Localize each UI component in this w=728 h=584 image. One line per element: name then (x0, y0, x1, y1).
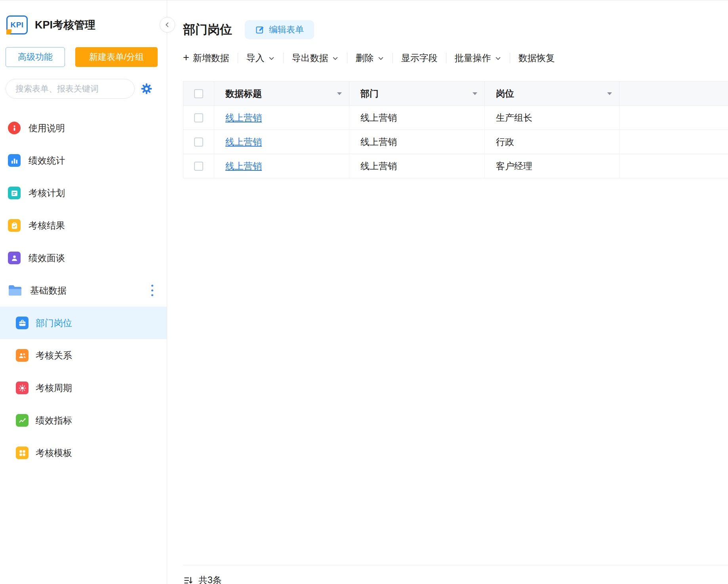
sidebar-item-department-position[interactable]: 部门岗位 (0, 307, 167, 339)
table-footer: 共3条 (183, 565, 728, 584)
briefcase-icon (16, 317, 29, 329)
app-title: KPI考核管理 (35, 18, 95, 32)
header-caret-icon[interactable] (607, 92, 612, 95)
row-checkbox[interactable] (194, 113, 203, 122)
sidebar: KPI KPI考核管理 高级功能 新建表单/分组 (0, 0, 167, 584)
record-link[interactable]: 线上营销 (225, 112, 262, 124)
data-table: 数据标题 部门 岗位 线上营销 线上营销 生产组长 (183, 81, 728, 178)
sidebar-item-assessment-result[interactable]: 考核结果 (0, 209, 167, 242)
edit-form-button[interactable]: 编辑表单 (245, 20, 314, 39)
sidebar-item-assessment-plan[interactable]: 考核计划 (0, 177, 167, 209)
row-filler-cell (619, 106, 728, 130)
app-window: KPI KPI考核管理 高级功能 新建表单/分组 (0, 0, 728, 584)
kpi-logo-accent (6, 29, 11, 34)
kpi-logo-text: KPI (10, 21, 23, 29)
chevron-down-icon (332, 55, 339, 62)
table-row: 线上营销 线上营销 生产组长 (183, 106, 728, 130)
advanced-features-button[interactable]: 高级功能 (6, 47, 65, 67)
select-all-cell (183, 82, 214, 105)
plus-icon: + (183, 52, 189, 63)
record-link[interactable]: 线上营销 (225, 160, 262, 172)
edit-form-label: 编辑表单 (269, 24, 304, 36)
divider (393, 53, 393, 63)
cell-department: 线上营销 (349, 154, 485, 178)
cell-position: 客户经理 (485, 154, 619, 178)
column-header-data-title[interactable]: 数据标题 (214, 82, 349, 105)
chevron-down-icon (268, 55, 275, 62)
sidebar-item-performance-interview[interactable]: 绩效面谈 (0, 242, 167, 274)
divider (238, 53, 238, 63)
sidebar-item-label: 使用说明 (29, 122, 65, 134)
sidebar-item-label: 考核关系 (36, 349, 72, 362)
sidebar-group-base-data[interactable]: 基础数据 (0, 274, 167, 307)
interview-person-icon (8, 252, 21, 264)
sidebar-item-assessment-template[interactable]: 考核模板 (0, 437, 167, 469)
divider (446, 53, 446, 63)
page-title: 部门岗位 (183, 21, 232, 38)
sidebar-item-performance-stats[interactable]: 绩效统计 (0, 144, 167, 177)
sidebar-item-assessment-cycle[interactable]: 考核周期 (0, 372, 167, 404)
more-dots-icon[interactable] (150, 283, 155, 298)
sidebar-item-label: 绩效统计 (29, 155, 65, 167)
sidebar-item-usage-guide[interactable]: 使用说明 (0, 112, 167, 144)
import-button[interactable]: 导入 (246, 52, 275, 64)
show-fields-label: 显示字段 (401, 52, 438, 64)
sidebar-item-performance-indicators[interactable]: 绩效指标 (0, 404, 167, 437)
sidebar-collapse-button[interactable] (160, 17, 175, 32)
cell-position: 生产组长 (485, 106, 619, 130)
info-icon (8, 122, 21, 134)
new-form-group-button[interactable]: 新建表单/分组 (75, 47, 158, 67)
kpi-logo: KPI (6, 15, 28, 34)
row-filler-cell (619, 130, 728, 154)
bar-chart-icon (8, 154, 21, 167)
chevron-down-icon (377, 55, 384, 62)
header-filler-cell (619, 82, 728, 105)
table-header-row: 数据标题 部门 岗位 (183, 81, 728, 106)
cell-department: 线上营销 (349, 130, 485, 154)
row-select-cell (183, 106, 214, 130)
chevron-left-icon (164, 21, 171, 28)
sidebar-item-label: 考核周期 (36, 382, 72, 394)
sidebar-item-label: 考核模板 (36, 447, 72, 459)
divider (283, 53, 284, 63)
sidebar-search-row (6, 79, 161, 99)
data-recovery-label: 数据恢复 (518, 52, 555, 64)
main-content: 部门岗位 编辑表单 + 新增数据 导入 导出数据 删除 (167, 0, 728, 584)
clipboard-icon (8, 219, 21, 232)
delete-button[interactable]: 删除 (356, 52, 384, 64)
sidebar-action-buttons: 高级功能 新建表单/分组 (0, 47, 167, 67)
add-data-button[interactable]: + 新增数据 (183, 52, 229, 64)
show-fields-button[interactable]: 显示字段 (401, 52, 438, 64)
batch-actions-button[interactable]: 批量操作 (455, 52, 501, 64)
row-filler-cell (619, 154, 728, 178)
record-list-icon (183, 575, 193, 584)
cell-department: 线上营销 (349, 106, 485, 130)
row-checkbox[interactable] (194, 162, 203, 171)
record-link[interactable]: 线上营销 (225, 136, 262, 148)
export-button[interactable]: 导出数据 (292, 52, 339, 64)
sidebar-item-label: 考核计划 (29, 187, 65, 199)
add-data-label: 新增数据 (193, 52, 229, 64)
column-header-position[interactable]: 岗位 (485, 82, 619, 105)
sidebar-group-label: 基础数据 (30, 284, 67, 297)
row-checkbox[interactable] (194, 137, 203, 147)
sun-icon (16, 382, 29, 394)
search-input[interactable] (6, 79, 135, 99)
row-select-cell (183, 130, 214, 154)
cell-data-title: 线上营销 (214, 106, 349, 130)
people-icon (16, 349, 29, 362)
cell-data-title: 线上营销 (214, 154, 349, 178)
header-caret-icon[interactable] (473, 92, 477, 95)
delete-label: 删除 (356, 52, 374, 64)
chevron-down-icon (495, 55, 501, 62)
select-all-checkbox[interactable] (194, 89, 203, 98)
table-row: 线上营销 线上营销 客户经理 (183, 154, 728, 178)
sidebar-item-label: 考核结果 (29, 219, 65, 232)
data-recovery-button[interactable]: 数据恢复 (518, 52, 555, 64)
trend-line-icon (16, 414, 29, 427)
column-header-department[interactable]: 部门 (349, 82, 485, 105)
row-select-cell (183, 154, 214, 178)
sidebar-item-assessment-relation[interactable]: 考核关系 (0, 339, 167, 372)
header-caret-icon[interactable] (337, 92, 342, 95)
gear-icon[interactable] (141, 83, 152, 94)
